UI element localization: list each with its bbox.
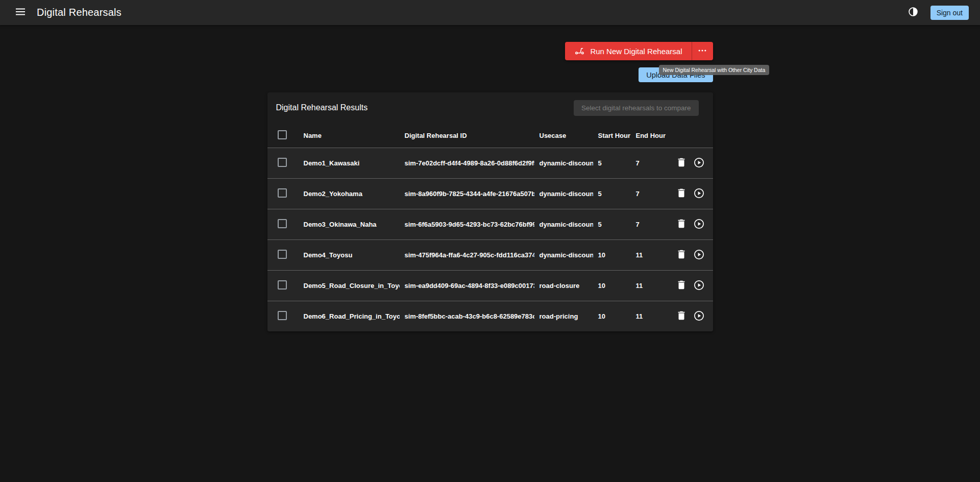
rehearsal-end-hour: 11 [631, 282, 671, 290]
play-button[interactable] [693, 279, 705, 293]
rehearsal-name: Demo4_Toyosu [299, 251, 400, 259]
column-header-usecase: Usecase [534, 132, 593, 139]
play-circle-icon [693, 249, 705, 262]
rehearsal-usecase: road-pricing [534, 312, 593, 320]
column-header-start-hour: Start Hour [593, 132, 631, 139]
play-button[interactable] [693, 309, 705, 324]
delete-button[interactable] [676, 156, 688, 171]
rehearsal-start-hour: 10 [593, 312, 631, 320]
play-button[interactable] [693, 187, 705, 201]
rehearsal-id: sim-8a960f9b-7825-4344-a4fe-21676a507bce [400, 190, 534, 198]
table-row: Demo6_Road_Pricing_in_Toyosu sim-8fef5bb… [267, 301, 713, 331]
rehearsal-name: Demo6_Road_Pricing_in_Toyosu [299, 312, 400, 320]
trash-icon [676, 157, 687, 170]
rehearsal-start-hour: 10 [593, 251, 631, 259]
row-checkbox[interactable] [278, 250, 287, 259]
rehearsal-usecase: dynamic-discount [534, 221, 593, 228]
actions-area: Run New Digital Rehearsal Upload Data Fi… [267, 42, 713, 82]
rehearsal-start-hour: 5 [593, 221, 631, 228]
row-checkbox[interactable] [278, 280, 287, 290]
rehearsal-start-hour: 5 [593, 190, 631, 198]
scooter-icon [574, 45, 585, 57]
theme-toggle-button[interactable] [905, 5, 921, 21]
rehearsal-id: sim-475f964a-ffa6-4c27-905c-fdd116ca374c [400, 251, 534, 259]
run-new-rehearsal-split-button: Run New Digital Rehearsal [565, 42, 713, 60]
top-navbar: Digital Rehearsals Sign out [0, 0, 980, 25]
rehearsal-name: Demo5_Road_Closure_in_Toyosu [299, 282, 400, 290]
rehearsal-end-hour: 7 [631, 221, 671, 228]
rehearsal-usecase: road-closure [534, 282, 593, 290]
run-options-tooltip: New Digital Rehearsal with Other City Da… [659, 65, 770, 75]
rehearsal-id: sim-8fef5bbc-acab-43c9-b6c8-62589e783cab [400, 312, 534, 320]
rehearsal-end-hour: 7 [631, 190, 671, 198]
play-circle-icon [693, 218, 705, 231]
delete-button[interactable] [676, 187, 688, 201]
delete-button[interactable] [676, 248, 688, 262]
play-circle-icon [693, 187, 705, 201]
trash-icon [676, 187, 687, 200]
column-header-id: Digital Rehearsal ID [400, 132, 534, 139]
table-row: Demo3_Okinawa_Naha sim-6f6a5903-9d65-429… [267, 209, 713, 239]
trash-icon [676, 279, 687, 292]
results-title: Digital Rehearsal Results [276, 103, 368, 112]
trash-icon [676, 218, 687, 231]
rehearsal-usecase: dynamic-discount [534, 251, 593, 259]
results-card-header: Digital Rehearsal Results Select digital… [267, 92, 713, 123]
compare-button[interactable]: Select digital rehearsals to compare [574, 100, 699, 116]
table-row: Demo2_Yokohama sim-8a960f9b-7825-4344-a4… [267, 178, 713, 209]
table-row: Demo4_Toyosu sim-475f964a-ffa6-4c27-905c… [267, 239, 713, 270]
contrast-icon [908, 6, 919, 19]
play-button[interactable] [693, 218, 705, 232]
row-checkbox[interactable] [278, 158, 287, 167]
run-new-rehearsal-label: Run New Digital Rehearsal [590, 47, 682, 56]
results-table: Name Digital Rehearsal ID Usecase Start … [267, 123, 713, 331]
delete-button[interactable] [676, 279, 688, 293]
rehearsal-name: Demo1_Kawasaki [299, 159, 400, 167]
row-checkbox[interactable] [278, 188, 287, 198]
play-circle-icon [693, 157, 705, 170]
select-all-checkbox[interactable] [278, 130, 287, 139]
navbar-left: Digital Rehearsals [12, 5, 121, 21]
run-new-rehearsal-button[interactable]: Run New Digital Rehearsal [565, 42, 691, 60]
run-options-button[interactable] [692, 42, 713, 60]
app-title: Digital Rehearsals [37, 7, 121, 18]
rehearsal-name: Demo3_Okinawa_Naha [299, 221, 400, 228]
row-checkbox[interactable] [278, 219, 287, 228]
play-circle-icon [693, 279, 705, 293]
row-checkbox[interactable] [278, 311, 287, 320]
rehearsal-end-hour: 11 [631, 251, 671, 259]
rehearsal-id: sim-7e02dcff-d4f4-4989-8a26-0d88f6d2f9f5 [400, 159, 534, 167]
trash-icon [676, 310, 687, 323]
play-button[interactable] [693, 248, 705, 262]
table-row: Demo1_Kawasaki sim-7e02dcff-d4f4-4989-8a… [267, 148, 713, 178]
results-card: Digital Rehearsal Results Select digital… [267, 92, 713, 331]
column-header-end-hour: End Hour [631, 132, 671, 139]
rehearsal-start-hour: 5 [593, 159, 631, 167]
rehearsal-end-hour: 11 [631, 312, 671, 320]
sign-out-button[interactable]: Sign out [930, 6, 969, 20]
delete-button[interactable] [676, 218, 688, 232]
rehearsal-end-hour: 7 [631, 159, 671, 167]
rehearsal-id: sim-6f6a5903-9d65-4293-bc73-62bc76bf99ef [400, 221, 534, 228]
trash-icon [676, 249, 687, 261]
delete-button[interactable] [676, 309, 688, 324]
play-button[interactable] [693, 156, 705, 171]
rehearsal-usecase: dynamic-discount [534, 159, 593, 167]
navbar-right: Sign out [905, 5, 969, 21]
menu-button[interactable] [12, 5, 29, 21]
rehearsal-id: sim-ea9dd409-69ac-4894-8f33-e089c0017312 [400, 282, 534, 290]
rehearsal-start-hour: 10 [593, 282, 631, 290]
rehearsal-name: Demo2_Yokohama [299, 190, 400, 198]
rehearsal-usecase: dynamic-discount [534, 190, 593, 198]
more-horiz-icon [697, 45, 707, 57]
table-row: Demo5_Road_Closure_in_Toyosu sim-ea9dd40… [267, 270, 713, 301]
column-header-name: Name [299, 132, 400, 139]
hamburger-icon [14, 6, 27, 19]
play-circle-icon [693, 310, 705, 323]
table-header-row: Name Digital Rehearsal ID Usecase Start … [267, 123, 713, 148]
main-content: Run New Digital Rehearsal Upload Data Fi… [267, 42, 713, 331]
